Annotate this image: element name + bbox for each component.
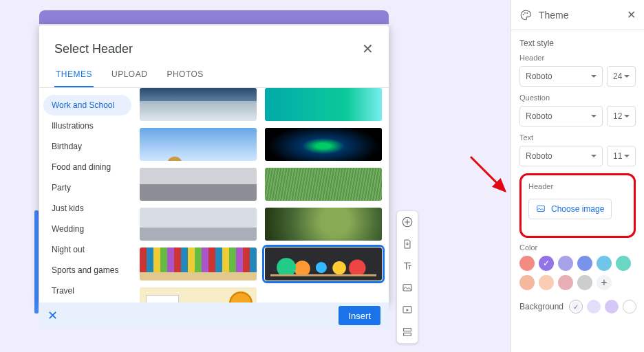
choose-image-label: Choose image <box>551 204 604 214</box>
category-item[interactable]: Illustrations <box>43 116 131 136</box>
header-thumb[interactable] <box>140 248 257 280</box>
header-thumb[interactable] <box>140 88 257 121</box>
category-list: Work and SchoolIllustrationsBirthdayFood… <box>39 88 136 304</box>
theme-panel-header: Theme ✕ <box>511 0 644 30</box>
header-thumb[interactable] <box>140 128 257 161</box>
category-item[interactable]: Night out <box>43 239 131 260</box>
color-swatch[interactable] <box>558 275 573 290</box>
header-thumb[interactable] <box>140 168 257 201</box>
header-thumb[interactable] <box>265 88 382 121</box>
caret-down-icon <box>624 75 630 78</box>
text-size-select[interactable]: 11 <box>607 146 636 166</box>
svg-point-5 <box>523 14 524 15</box>
header-thumb[interactable] <box>140 208 257 241</box>
header-font-label: Header <box>519 54 636 62</box>
color-swatch[interactable] <box>539 275 554 290</box>
header-thumb-selected[interactable] <box>265 248 382 280</box>
text-font-select[interactable]: Roboto <box>519 146 603 166</box>
select-header-modal: Select Header ✕ THEMESUPLOADPHOTOS Work … <box>39 25 389 304</box>
theme-panel: Theme ✕ Text style Header Roboto 24 Ques… <box>511 0 644 352</box>
background-swatch-row <box>569 300 636 314</box>
color-section-label: Color <box>519 243 636 252</box>
question-size-select[interactable]: 12 <box>607 106 636 126</box>
caret-down-icon <box>591 155 597 157</box>
header-thumbnail-grid <box>136 88 389 304</box>
category-item[interactable]: Birthday <box>43 136 131 157</box>
add-image-icon[interactable] <box>400 281 414 295</box>
header-thumb[interactable] <box>265 208 382 241</box>
category-item[interactable]: Food and dining <box>43 157 131 177</box>
modal-tab-row: THEMESUPLOADPHOTOS <box>39 64 389 88</box>
background-swatch[interactable] <box>587 300 601 314</box>
add-video-icon[interactable] <box>400 303 414 317</box>
modal-tab-themes[interactable]: THEMES <box>54 64 94 87</box>
header-thumb[interactable] <box>265 128 382 161</box>
text-style-section-label: Text style <box>519 38 636 48</box>
caret-down-icon <box>591 115 597 118</box>
header-size-select[interactable]: 24 <box>607 66 636 87</box>
color-swatch[interactable] <box>519 275 535 290</box>
add-question-icon[interactable] <box>400 215 414 229</box>
header-thumb[interactable] <box>265 168 382 201</box>
color-swatch[interactable] <box>616 256 631 271</box>
header-font-select[interactable]: Roboto <box>519 66 603 87</box>
color-swatch[interactable] <box>558 256 573 271</box>
header-size-value: 24 <box>613 72 622 81</box>
color-swatch[interactable] <box>597 256 612 271</box>
theme-panel-close-icon[interactable]: ✕ <box>627 8 636 21</box>
category-item[interactable]: Travel <box>43 280 131 301</box>
color-swatch[interactable] <box>577 275 592 290</box>
modal-tab-photos[interactable]: PHOTOS <box>165 64 204 87</box>
header-image-section-annotated: Header Choose image <box>519 173 636 238</box>
import-questions-icon[interactable] <box>400 237 414 251</box>
color-swatch[interactable]: ✓ <box>539 256 554 271</box>
text-size-value: 11 <box>613 151 622 161</box>
question-font-select[interactable]: Roboto <box>519 106 603 126</box>
color-swatch[interactable] <box>519 256 535 271</box>
form-card-top-accent <box>39 10 389 24</box>
caret-down-icon <box>591 75 597 78</box>
insert-button[interactable]: Insert <box>339 306 380 325</box>
palette-icon <box>519 9 532 21</box>
question-font-label: Question <box>519 94 636 102</box>
category-item[interactable]: Wedding <box>43 219 131 239</box>
add-section-icon[interactable] <box>400 325 414 339</box>
color-swatch-row: ✓+ <box>519 256 636 290</box>
svg-rect-8 <box>537 206 545 211</box>
modal-tab-upload[interactable]: UPLOAD <box>110 64 149 87</box>
question-font-value: Roboto <box>526 111 552 121</box>
question-toolbar <box>396 210 418 344</box>
modal-footer: ✕ Insert <box>39 302 389 329</box>
svg-point-7 <box>526 12 528 14</box>
text-font-label: Text <box>519 133 636 142</box>
background-swatch[interactable] <box>623 300 636 314</box>
modal-title: Select Header <box>54 42 133 56</box>
svg-rect-3 <box>404 329 411 331</box>
background-section-label: Background <box>519 302 564 311</box>
image-icon <box>536 204 546 214</box>
background-swatch[interactable] <box>569 300 583 314</box>
theme-panel-title: Theme <box>539 10 569 21</box>
category-item[interactable]: Sports and games <box>43 260 131 280</box>
modal-close-icon[interactable]: ✕ <box>362 41 374 57</box>
svg-rect-4 <box>404 333 411 336</box>
question-size-value: 12 <box>613 111 622 121</box>
color-swatch[interactable] <box>577 256 592 271</box>
category-item[interactable]: Party <box>43 177 131 198</box>
svg-rect-1 <box>403 285 411 291</box>
add-title-icon[interactable] <box>400 259 414 273</box>
form-question-selection-bar <box>34 210 39 314</box>
add-color-swatch[interactable]: + <box>597 275 612 290</box>
category-item[interactable]: Work and School <box>43 95 131 116</box>
background-swatch[interactable] <box>605 300 619 314</box>
category-item[interactable]: Just kids <box>43 198 131 219</box>
modal-cancel-icon[interactable]: ✕ <box>47 308 58 323</box>
svg-point-6 <box>524 12 526 13</box>
text-font-value: Roboto <box>526 151 552 161</box>
caret-down-icon <box>624 115 630 118</box>
header-thumb[interactable] <box>140 287 257 304</box>
annotation-arrow <box>468 154 516 202</box>
header-font-value: Roboto <box>526 72 552 81</box>
choose-image-button[interactable]: Choose image <box>528 199 612 219</box>
header-image-label: Header <box>528 182 627 190</box>
